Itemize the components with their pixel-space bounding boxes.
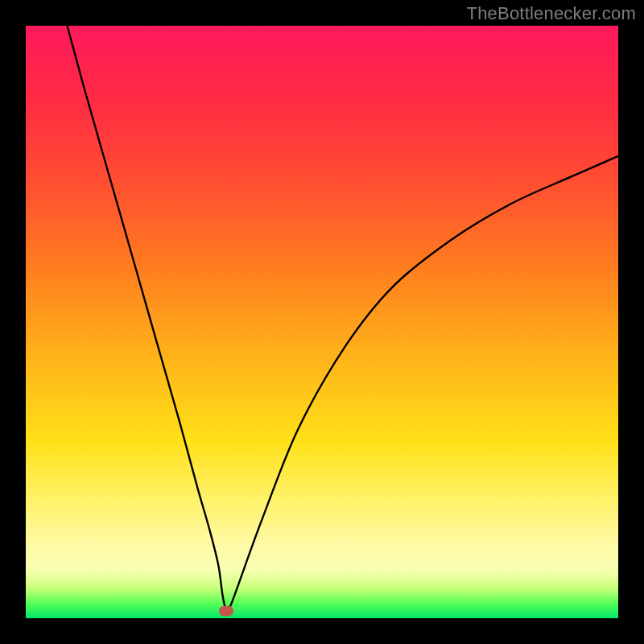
optimal-point-marker [219, 606, 233, 617]
plot-area [26, 26, 618, 618]
chart-frame: TheBottlenecker.com [0, 0, 644, 644]
attribution-text: TheBottlenecker.com [467, 3, 636, 24]
bottleneck-curve [26, 26, 618, 618]
